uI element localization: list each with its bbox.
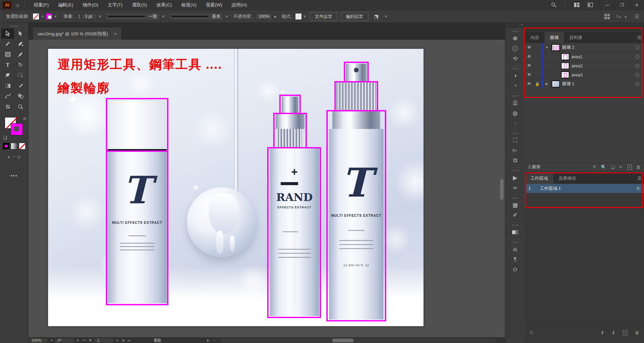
navigator-icon[interactable]: ☸: [505, 33, 525, 43]
variable-width-profile-dropdown[interactable]: 一致: [105, 12, 160, 21]
layer-thumbnail[interactable]: [561, 71, 569, 78]
chevron-down-icon[interactable]: ▼: [544, 46, 550, 49]
layer-row[interactable]: 👁 🔒 ▶ 圖層 1: [525, 79, 644, 89]
draw-inside-button[interactable]: ◶: [17, 154, 21, 159]
move-up-icon[interactable]: ⬆: [601, 330, 604, 335]
touch-workspace-icon[interactable]: [604, 14, 610, 19]
visibility-eye-icon[interactable]: 👁: [525, 43, 534, 52]
document-setup-button[interactable]: 文件設定: [310, 12, 337, 21]
rectangle-tool[interactable]: [1, 49, 14, 60]
links-icon[interactable]: ∞: [505, 183, 525, 193]
vertical-scroll-thumb[interactable]: [500, 179, 504, 200]
layer-thumbnail[interactable]: [552, 44, 560, 51]
visibility-eye-icon[interactable]: 👁: [525, 52, 534, 61]
align-glyphs-icon[interactable]: ⬔: [374, 13, 379, 20]
scroll-right-icon[interactable]: ›: [499, 339, 505, 342]
scroll-down-icon[interactable]: ⌄: [500, 329, 504, 332]
rotation-select[interactable]: 0°: [55, 338, 74, 343]
chevron-right-icon[interactable]: ▶: [544, 82, 550, 85]
chevron-down-icon[interactable]: ▼: [385, 15, 388, 18]
expand-panels-icon[interactable]: «: [505, 23, 525, 28]
lock-toggle[interactable]: [534, 61, 541, 70]
new-sublayer-icon[interactable]: ⬑: [619, 165, 623, 170]
restore-button[interactable]: ❐: [614, 0, 629, 10]
artboard-page-icon[interactable]: ⎗: [637, 186, 640, 191]
tab-properties[interactable]: 內容: [525, 32, 545, 43]
panel-menu-icon[interactable]: ☰: [637, 35, 641, 40]
chevron-down-icon[interactable]: ▼: [162, 15, 165, 18]
collect-for-export-icon[interactable]: ⇱: [593, 165, 597, 170]
tab-artboards[interactable]: 工作區域: [525, 173, 553, 184]
draw-behind-button[interactable]: ◔: [12, 154, 15, 159]
search-icon[interactable]: [551, 2, 556, 7]
chevron-down-icon[interactable]: ▼: [48, 339, 55, 342]
locate-object-icon[interactable]: 🔍: [601, 165, 606, 170]
default-fill-stroke-icon[interactable]: ❏: [3, 135, 7, 140]
chevron-right-icon[interactable]: ▶: [274, 15, 277, 18]
close-tab-icon[interactable]: ×: [114, 31, 117, 36]
last-artboard-icon[interactable]: ▶ ⏭: [120, 339, 133, 342]
visibility-eye-icon[interactable]: 👁: [525, 79, 534, 88]
zoom-tool[interactable]: [14, 101, 27, 112]
layer-thumbnail[interactable]: [561, 53, 569, 60]
stroke-weight-value[interactable]: 3 pt: [82, 13, 96, 20]
artboard-row[interactable]: 1 工作區域 1 ⎗: [525, 184, 644, 193]
tab-layers[interactable]: 圖層: [545, 32, 564, 43]
type-tool[interactable]: T: [1, 60, 14, 70]
chevron-down-icon[interactable]: ▼: [54, 15, 57, 18]
move-down-icon[interactable]: ⬇: [612, 330, 615, 335]
artboard-name[interactable]: 工作區域 1: [540, 185, 561, 192]
lock-icon[interactable]: 🔒: [534, 79, 541, 88]
new-layer-icon[interactable]: +: [627, 165, 632, 170]
delete-layer-icon[interactable]: 🗑: [636, 165, 641, 170]
panel-grip[interactable]: [0, 24, 28, 28]
menu-item-type[interactable]: 文字(T): [103, 0, 127, 10]
chevron-down-icon[interactable]: ▼: [74, 339, 81, 342]
paintbrush-tool[interactable]: [14, 49, 27, 60]
panel-grip[interactable]: [0, 10, 3, 23]
color-guide-icon[interactable]: ◔: [505, 81, 525, 91]
selection-tool[interactable]: [1, 28, 14, 39]
curvature-tool[interactable]: [14, 39, 27, 49]
chevron-down-icon[interactable]: ▼: [98, 15, 101, 18]
lock-toggle[interactable]: [534, 52, 541, 61]
stroke-icon[interactable]: ☰: [505, 98, 525, 108]
tab-asset-export[interactable]: 資產轉存: [553, 173, 581, 184]
artboard-navigation-value[interactable]: 1: [94, 338, 114, 343]
layer-name[interactable]: 圖層 2: [562, 44, 574, 50]
stroke-color-chip[interactable]: [11, 123, 23, 135]
target-circle[interactable]: [636, 64, 639, 68]
history-icon[interactable]: ⟲: [505, 54, 525, 64]
transform-icon[interactable]: ⛶: [505, 135, 525, 145]
gradient-tool[interactable]: [1, 80, 14, 91]
layer-thumbnail[interactable]: [561, 62, 569, 69]
menu-item-select[interactable]: 選取(S): [127, 0, 152, 10]
control-panel-menu-icon[interactable]: ☰: [635, 13, 639, 20]
menu-item-object[interactable]: 物件(O): [78, 0, 103, 10]
lock-toggle[interactable]: [534, 70, 541, 79]
info-icon[interactable]: ⓘ: [505, 43, 525, 54]
visibility-eye-icon[interactable]: 👁: [525, 61, 534, 70]
pen-tool[interactable]: [1, 39, 14, 49]
lock-toggle[interactable]: [534, 43, 541, 52]
artboards-icon[interactable]: ▦: [505, 200, 525, 210]
chevron-down-icon[interactable]: ▼: [304, 15, 307, 18]
shaper-tool[interactable]: [14, 70, 27, 80]
chevron-down-icon[interactable]: ▼: [225, 15, 228, 18]
layer-row[interactable]: 👁 area1: [525, 52, 644, 61]
status-play-icon[interactable]: ▶: [205, 339, 212, 342]
rearrange-artboards-icon[interactable]: ⤨: [529, 330, 532, 335]
scroll-left-icon[interactable]: ‹: [212, 339, 218, 342]
appearance-icon[interactable]: ◌: [505, 118, 525, 128]
zoom-level-select[interactable]: 100%: [29, 338, 48, 343]
target-circle[interactable]: [636, 82, 639, 86]
vertical-scrollbar[interactable]: ⌃ ⌄: [500, 40, 504, 332]
layer-name[interactable]: area2: [571, 63, 582, 68]
new-artboard-icon[interactable]: +: [623, 330, 628, 335]
paragraph-icon[interactable]: ¶: [505, 254, 525, 265]
color-icon[interactable]: ◑: [505, 71, 525, 81]
chevron-down-icon[interactable]: ▼: [41, 15, 44, 18]
layer-thumbnail[interactable]: [552, 80, 560, 88]
eraser-tool[interactable]: [1, 70, 14, 80]
scroll-up-icon[interactable]: ⌃: [500, 40, 504, 44]
